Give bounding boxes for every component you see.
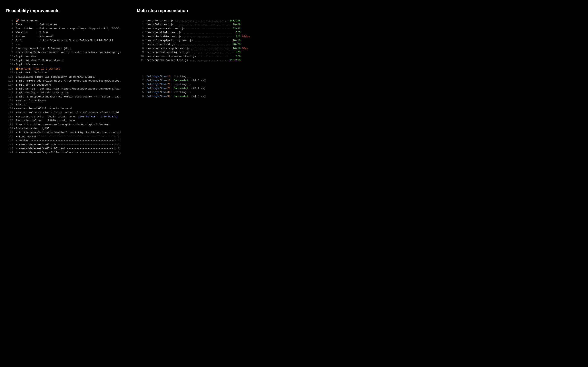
log-line: 66▶$ git init "D:\a\1\s" bbox=[6, 71, 131, 75]
line-number: 136 bbox=[6, 119, 13, 123]
step-text: Bullseye/foo/10: Succeeded. (24.6 ms) bbox=[147, 78, 206, 82]
log-text: $ git config --get-all http.proxy bbox=[16, 91, 68, 95]
step-target: foo bbox=[161, 95, 165, 98]
log-text: Prepending Path environment variable wit… bbox=[16, 50, 121, 54]
test-line: 9test/context-config.test.js ...........… bbox=[137, 50, 288, 54]
step-text: Bullseye/foo/30: Succeeded. (24.6 ms) bbox=[147, 94, 206, 98]
step-text: Bullseye/foo/30: Starting... bbox=[147, 90, 191, 94]
step-time: (24.6 ms) bbox=[190, 79, 206, 82]
test-line: 11test/custom-parser.test.js ...........… bbox=[137, 58, 288, 62]
test-text: test/close.test.js .....................… bbox=[147, 42, 241, 46]
line-number: 142 bbox=[6, 143, 13, 147]
step-target: foo bbox=[161, 83, 165, 86]
left-heading: Readability improvements bbox=[6, 8, 131, 13]
warning-icon: ! bbox=[16, 67, 18, 70]
step-message: Starting... bbox=[174, 91, 191, 94]
step-message: Succeeded. bbox=[174, 95, 190, 98]
log-line: 7--- bbox=[6, 42, 131, 46]
test-ratio: 9/9 bbox=[236, 51, 241, 54]
log-text: Syncing repository: AzDevNext (Git) bbox=[16, 47, 72, 50]
step-project: Bullseye bbox=[147, 75, 159, 78]
log-line: 117$ git config gc.auto 0 bbox=[6, 83, 131, 87]
log-line: 2Task : Get sources bbox=[6, 23, 131, 26]
log-text: remote: Azure Repos bbox=[16, 99, 46, 103]
test-text: test/404s.test.js ......................… bbox=[147, 19, 241, 23]
log-text: + users/abpareek/asyncCollectionService … bbox=[16, 150, 121, 154]
test-line: 2test/500s.test.js .....................… bbox=[137, 23, 288, 26]
test-line: 3test/async-await.test.js ..............… bbox=[137, 27, 288, 31]
log-line: 138▼Branches added: 1,455 bbox=[6, 127, 131, 131]
test-file: test/custom-http-server.test.js bbox=[147, 55, 196, 58]
fold-gutter[interactable]: ▶ bbox=[13, 59, 16, 63]
line-number: 4 bbox=[137, 86, 144, 90]
step-line: 4Bullseye/foo/20: Succeeded. (26.4 ms) bbox=[137, 86, 288, 90]
log-line: 139+ PortingAzureValidationStepPerformer… bbox=[6, 131, 131, 134]
line-number: 11 bbox=[137, 58, 144, 62]
test-file: test/close-pipelining.test.js bbox=[147, 39, 193, 42]
test-text: test/close-pipelining.test.js ..........… bbox=[147, 39, 241, 42]
line-number: 2 bbox=[137, 23, 144, 26]
test-file: test/close.test.js bbox=[147, 43, 175, 46]
step-target: foo bbox=[161, 91, 165, 94]
fold-gutter[interactable]: ▼ bbox=[13, 107, 16, 111]
line-number: 140 bbox=[6, 135, 13, 139]
step-line: 5Bullseye/foo/30: Starting... bbox=[137, 90, 288, 94]
test-ratio: 29/29 bbox=[233, 23, 241, 26]
log-text: Initialized empty Git repository in D:/a… bbox=[16, 75, 95, 79]
line-number: 137 bbox=[6, 123, 13, 127]
log-line: 133▼remote: Found 66113 objects to send. bbox=[6, 107, 131, 111]
step-number: 30 bbox=[167, 91, 171, 94]
step-number: 30 bbox=[167, 95, 171, 98]
line-number: 7 bbox=[6, 42, 13, 46]
step-time: (26.4 ms) bbox=[190, 87, 206, 90]
log-line: 1 Get sources bbox=[6, 19, 131, 23]
test-file: test/custom-parser.test.js bbox=[147, 59, 188, 62]
log-text: Receiving objects: 66113 total, done. [2… bbox=[16, 115, 118, 119]
test-ratio: 6/6 bbox=[236, 55, 241, 58]
fold-gutter[interactable]: ▶ bbox=[13, 71, 16, 75]
line-number: 144 bbox=[6, 150, 13, 154]
log-line: 141+ master ----------------------------… bbox=[6, 139, 131, 142]
step-target: foo bbox=[161, 79, 165, 82]
step-number: 20 bbox=[167, 83, 171, 86]
step-message: Succeeded. bbox=[174, 87, 190, 90]
fold-gutter[interactable]: ▶ bbox=[13, 63, 16, 67]
line-number: 6 bbox=[6, 39, 13, 42]
step-number: 10 bbox=[167, 75, 171, 78]
fold-gutter[interactable]: ▼ bbox=[13, 127, 16, 131]
test-ratio: 28/28 bbox=[233, 43, 241, 46]
log-line: 142+ users/abpareek/aadGraph -----------… bbox=[6, 143, 131, 147]
log-text: remote: Found 66113 objects to send. bbox=[16, 107, 73, 110]
left-terminal: 1 Get sources2Task : Get sources3Descrip… bbox=[6, 19, 131, 155]
test-line: 5test/chainable.test.js ................… bbox=[137, 35, 288, 39]
test-text: test/context-config.test.js ............… bbox=[147, 50, 241, 54]
step-line: 1Bullseye/foo/10: Starting... bbox=[137, 75, 288, 78]
line-number: 10 bbox=[6, 54, 13, 58]
line-number: 3 bbox=[137, 82, 144, 86]
test-ratio: 5/5 bbox=[236, 31, 241, 34]
line-number: 2 bbox=[6, 23, 13, 26]
log-line: 116$ git remote add origin https://mseng… bbox=[6, 79, 131, 83]
rocket-icon bbox=[16, 19, 19, 22]
log-text: + users/abpareek/aadGraph --------------… bbox=[16, 143, 121, 147]
log-text: remote: bbox=[16, 103, 27, 107]
test-ratio: 248/248 bbox=[229, 19, 241, 22]
step-project: Bullseye bbox=[147, 87, 159, 90]
line-number: 6 bbox=[137, 94, 144, 98]
line-number: 138 bbox=[6, 127, 13, 131]
test-file: test/context-config.test.js bbox=[147, 51, 190, 54]
line-number: 8 bbox=[6, 47, 13, 50]
line-number: 121 bbox=[6, 99, 13, 103]
log-text: + kube_master --------------------------… bbox=[16, 135, 121, 139]
line-number: 64 bbox=[6, 63, 13, 67]
log-line: 144+ users/abpareek/asyncCollectionServi… bbox=[6, 150, 131, 154]
log-text: + master -------------------------------… bbox=[16, 139, 121, 142]
line-number: 66 bbox=[6, 71, 13, 75]
log-line: 137From https://dev.azure.com/mseng/Azur… bbox=[6, 123, 131, 127]
fold-gutter[interactable]: ▶ bbox=[13, 55, 16, 58]
line-number: 141 bbox=[6, 139, 13, 142]
test-text: test/custom-parser.test.js .............… bbox=[147, 58, 241, 62]
line-number: 5 bbox=[137, 35, 144, 39]
log-text: Description : Get sources from a reposit… bbox=[16, 27, 121, 31]
test-line: 10test/custom-http-server.test.js ......… bbox=[137, 54, 288, 58]
